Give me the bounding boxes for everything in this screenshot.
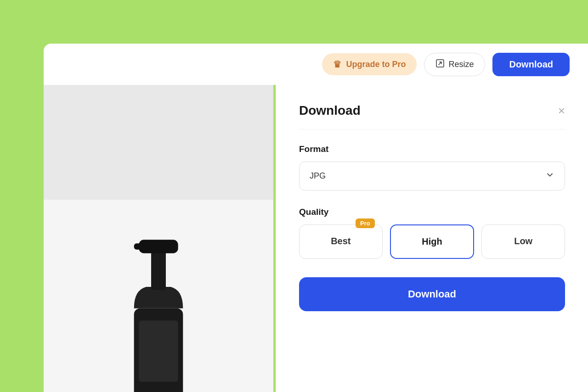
- resize-button[interactable]: Resize: [424, 53, 485, 76]
- svg-rect-5: [139, 320, 178, 381]
- close-button[interactable]: ×: [558, 105, 565, 117]
- quality-low-label: Low: [514, 236, 532, 246]
- format-value: JPG: [310, 171, 326, 181]
- format-dropdown[interactable]: JPG: [299, 162, 565, 190]
- quality-option-high[interactable]: High: [390, 224, 475, 259]
- quality-high-label: High: [422, 236, 442, 246]
- format-section: Format JPG: [299, 144, 565, 190]
- chevron-down-icon: [545, 170, 554, 182]
- pro-badge: Pro: [356, 218, 375, 228]
- download-action-button[interactable]: Download: [299, 277, 565, 311]
- quality-label: Quality: [299, 207, 565, 217]
- canvas-product-area: [44, 200, 273, 392]
- svg-rect-2: [151, 247, 166, 290]
- header-bar: ♛ Upgrade to Pro Resize Download: [44, 44, 588, 85]
- quality-best-label: Best: [331, 236, 351, 246]
- panel-title: Download: [299, 103, 361, 118]
- svg-rect-4: [134, 243, 151, 249]
- upgrade-label: Upgrade to Pro: [346, 60, 406, 69]
- canvas-image-top: [44, 85, 273, 200]
- quality-section: Quality Pro Best High Low: [299, 207, 565, 259]
- canvas-area: [44, 85, 273, 392]
- header-download-button[interactable]: Download: [492, 53, 570, 76]
- download-panel: Download × Format JPG Quality Pro Best H…: [276, 85, 588, 392]
- quality-option-best[interactable]: Pro Best: [299, 224, 383, 259]
- resize-icon: [435, 59, 445, 70]
- product-image: [122, 223, 195, 392]
- upgrade-pro-button[interactable]: ♛ Upgrade to Pro: [322, 53, 417, 75]
- format-label: Format: [299, 144, 565, 154]
- panel-header: Download ×: [299, 103, 565, 129]
- resize-label: Resize: [448, 60, 474, 69]
- crown-icon: ♛: [333, 59, 341, 70]
- quality-option-low[interactable]: Low: [481, 224, 565, 259]
- quality-options: Pro Best High Low: [299, 224, 565, 259]
